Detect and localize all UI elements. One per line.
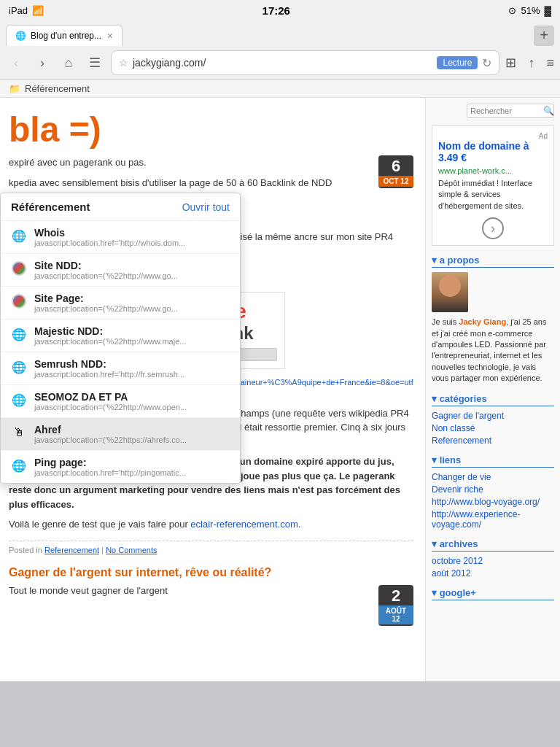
search-icon[interactable]: 🔍 — [543, 106, 554, 116]
search-box[interactable]: 🔍 — [467, 104, 554, 118]
time: 17:26 — [262, 4, 290, 17]
dropdown-title: Référencement — [11, 201, 90, 213]
lien-link-3[interactable]: http://www.experience-voyage.com/ — [432, 509, 554, 530]
no-comments-link[interactable]: No Comments — [106, 546, 157, 554]
author-name[interactable]: Jacky Giang — [459, 317, 506, 326]
tab-bar: 🌐 Blog d'un entrep... × + — [0, 20, 560, 46]
categories-title: catégories — [432, 393, 554, 406]
ping-item-text: Ping page: javascript:location.href='htt… — [34, 457, 230, 477]
dropdown-item-site-ndd[interactable]: Site NDD: javascript:location=('%22http:… — [1, 254, 240, 287]
ad-label: Ad — [438, 132, 548, 140]
new-tab-button[interactable]: + — [534, 26, 554, 46]
reload-button[interactable]: ↻ — [482, 56, 491, 70]
ad-description: Dépôt immédiat ! Interface simple & serv… — [438, 178, 548, 212]
dropdown-item-seomoz[interactable]: 🌐 SEOMOZ DA ET PA javascript:location=('… — [1, 385, 240, 418]
majestic-item-text: Majestic NDD: javascript:location=('%22h… — [34, 325, 230, 346]
site-ndd-item-text: Site NDD: javascript:location=('%22http:… — [34, 260, 230, 280]
article-month: OCT 12 — [378, 176, 413, 187]
bio-text-before: Je suis — [432, 317, 459, 326]
next-article-snippet: Tout le monde veut gagner de l'argent — [9, 585, 413, 596]
dropdown-item-ping[interactable]: 🌐 Ping page: javascript:location.href='h… — [1, 451, 240, 483]
ouvrir-tout-button[interactable]: Ouvrir tout — [182, 201, 230, 213]
avatar-face — [439, 275, 461, 297]
semrush-globe-icon: 🌐 — [11, 359, 27, 375]
sidebar: 🔍 Ad Nom de domaine à 3.49 € www.planet-… — [425, 98, 560, 681]
archive-link-1[interactable]: août 2012 — [432, 568, 554, 578]
next-article-day: 2 — [378, 587, 413, 605]
device-type: iPad — [9, 5, 28, 16]
nav-bar: ‹ › ⌂ ☰ ☆ jackygiang.com/ Lecture ↻ ⊞ ↑ … — [0, 46, 560, 80]
whois-item-text: Whois javascript:location.href='http://w… — [34, 227, 230, 247]
post-meta: Posted in Referencement | No Comments — [9, 541, 413, 554]
dropdown-item-semrush[interactable]: 🌐 Semrush NDD: javascript:location.href=… — [1, 352, 240, 385]
category-link-1[interactable]: Non classé — [432, 423, 554, 433]
tab-close-button[interactable]: × — [107, 30, 113, 42]
dropdown-menu: Référencement Ouvrir tout 🌐 Whois javasc… — [0, 193, 241, 484]
search-input[interactable] — [470, 107, 543, 115]
dropdown-item-ahref[interactable]: 🖱 Ahref javascript:location=('%22https:/… — [1, 418, 240, 451]
url-display: jackygiang.com/ — [133, 57, 432, 69]
ad-site: www.planet-work.c... — [438, 166, 548, 175]
category-link-0[interactable]: Gagner de l'argent — [432, 411, 554, 421]
extensions-icon[interactable]: ⊞ — [505, 55, 516, 71]
dropdown-header: Référencement Ouvrir tout — [1, 193, 240, 221]
article-body-3: Voilà le genre de test que je vais faire… — [9, 517, 413, 532]
archive-link-0[interactable]: octobre 2012 — [432, 556, 554, 566]
ad-title[interactable]: Nom de domaine à 3.49 € — [438, 140, 548, 163]
active-tab[interactable]: 🌐 Blog d'un entrep... × — [6, 25, 122, 46]
majestic-globe-icon: 🌐 — [11, 326, 27, 342]
author-avatar — [432, 272, 468, 312]
dropdown-item-majestic[interactable]: 🌐 Majestic NDD: javascript:location=('%2… — [1, 320, 240, 352]
share-icon[interactable]: ↑ — [528, 55, 534, 71]
page-heading: bla =) — [9, 109, 413, 150]
battery-icon: ▓ — [545, 5, 551, 16]
lien-link-1[interactable]: Devenir riche — [432, 484, 554, 495]
address-bar[interactable]: ☆ jackygiang.com/ Lecture ↻ — [111, 50, 499, 75]
dropdown-item-site-page[interactable]: Site Page: javascript:location=('%22http… — [1, 287, 240, 320]
avatar-image — [432, 272, 468, 312]
ahref-item-text: Ahref javascript:location=('%22https://a… — [34, 424, 230, 444]
home-button[interactable]: ⌂ — [58, 53, 79, 74]
bookmarks-list-button[interactable]: ☰ — [85, 52, 105, 74]
archives-title: archives — [432, 538, 554, 551]
categories-section: catégories Gagner de l'argent Non classé… — [432, 393, 554, 446]
semrush-item-text: Semrush NDD: javascript:location.href='h… — [34, 358, 230, 379]
dropdown-item-whois[interactable]: 🌐 Whois javascript:location.href='http:/… — [1, 221, 240, 254]
next-article-title[interactable]: Gagner de l'argent sur internet, rêve ou… — [9, 566, 413, 579]
ahref-cursor-icon: 🖱 — [11, 425, 27, 441]
browser-nav-icons: ⊞ ↑ ≡ — [505, 55, 554, 71]
bio-area — [432, 272, 554, 312]
category-link[interactable]: Referencement — [44, 546, 99, 554]
ad-box: Ad Nom de domaine à 3.49 € www.planet-wo… — [432, 125, 554, 246]
posted-in-label: Posted in — [9, 546, 42, 554]
article-date-badge: 6 OCT 12 — [378, 155, 413, 188]
site-ndd-google-icon — [11, 260, 27, 276]
liens-section: liens Changer de vie Devenir riche http:… — [432, 454, 554, 530]
seomoz-globe-icon: 🌐 — [11, 392, 27, 408]
article-day: 6 — [378, 157, 413, 176]
lien-link-0[interactable]: Changer de vie — [432, 472, 554, 482]
ad-more-button[interactable]: › — [438, 217, 548, 239]
ad-arrow-icon[interactable]: › — [482, 217, 504, 239]
bio-text-after: , j'ai 25 ans et j'ai créé mon e-commerc… — [432, 317, 546, 382]
category-link-2[interactable]: Referencement — [432, 436, 554, 446]
lien-link-2[interactable]: http://www.blog-voyage.org/ — [432, 497, 554, 507]
eclair-link[interactable]: eclair-referencement.com. — [190, 519, 300, 530]
orientation-lock-icon: ⊙ — [508, 5, 516, 16]
reader-mode-button[interactable]: Lecture — [437, 56, 478, 69]
sidebar-bio: Je suis Jacky Giang, j'ai 25 ans et j'ai… — [432, 317, 554, 384]
ping-globe-icon: 🌐 — [11, 457, 27, 473]
bookmark-star-icon: ☆ — [119, 57, 128, 69]
bookmarks-bar[interactable]: 📁 Référencement — [0, 80, 560, 98]
tab-title: Blog d'un entrep... — [31, 31, 103, 41]
next-article-date-badge: 2 AOÛT 12 — [378, 585, 413, 626]
site-page-google-icon — [11, 293, 27, 309]
forward-button[interactable]: › — [32, 53, 52, 74]
menu-icon[interactable]: ≡ — [546, 55, 554, 71]
wifi-icon: 📶 — [32, 5, 44, 16]
next-article-month: AOÛT 12 — [378, 605, 413, 624]
liens-title: liens — [432, 454, 554, 468]
back-button[interactable]: ‹ — [6, 53, 26, 74]
a-propos-title: a propos — [432, 255, 554, 268]
tab-globe-icon: 🌐 — [15, 31, 26, 41]
